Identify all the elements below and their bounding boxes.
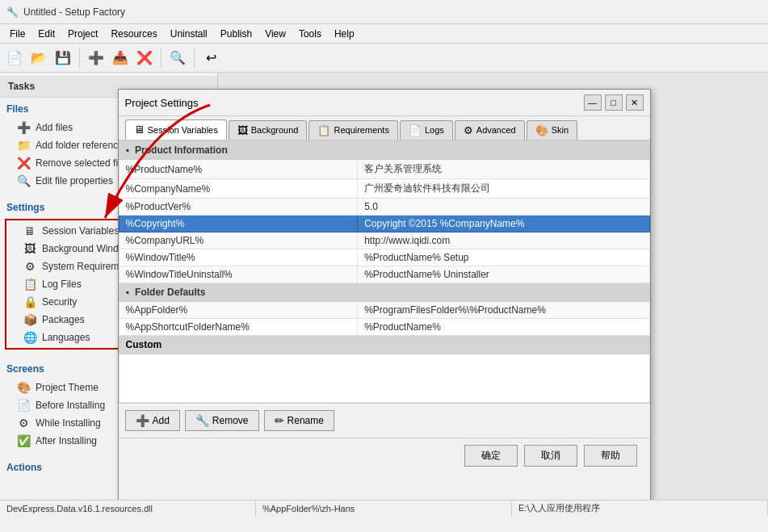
- key-window-title-uninstall: %WindowTitleUninstall%: [119, 266, 358, 283]
- modal-overlay: Project Settings — □ ✕ 🖥 Session Variabl…: [0, 73, 768, 516]
- dialog-tabs: 🖥 Session Variables 🖼 Background 📋 Requi…: [119, 116, 650, 140]
- val-window-title-uninstall: %ProductName% Uninstaller: [358, 266, 649, 283]
- properties-table: ▪ Product Information %ProductName% 客户关系…: [119, 140, 650, 336]
- table-row[interactable]: %WindowTitleUninstall% %ProductName% Uni…: [119, 266, 649, 283]
- tab-advanced[interactable]: ⚙ Advanced: [455, 120, 525, 140]
- table-row[interactable]: %AppShortcutFolderName% %ProductName%: [119, 319, 649, 336]
- tab-background-label: Background: [251, 125, 299, 135]
- dialog-footer: ➕ Add 🔧 Remove ✏ Rename: [119, 403, 650, 438]
- tab-session-variables[interactable]: 🖥 Session Variables: [125, 119, 227, 140]
- menu-item-resources[interactable]: Resources: [104, 27, 163, 41]
- add-var-button[interactable]: ➕ Add: [125, 410, 180, 431]
- title-bar: 🔧 Untitled - Setup Factory: [0, 0, 768, 24]
- remove-var-label: Remove: [212, 415, 249, 426]
- menu-item-view[interactable]: View: [258, 27, 292, 41]
- key-shortcut-folder: %AppShortcutFolderName%: [119, 319, 358, 336]
- delete-button[interactable]: ❌: [133, 47, 156, 69]
- menu-item-project[interactable]: Project: [61, 27, 104, 41]
- remove-var-button[interactable]: 🔧 Remove: [185, 410, 259, 431]
- tab-skin-label: Skin: [552, 125, 569, 135]
- help-button[interactable]: 帮助: [584, 445, 637, 467]
- app-title: Untitled - Setup Factory: [23, 6, 125, 18]
- menu-item-tools[interactable]: Tools: [292, 27, 328, 41]
- product-info-header: ▪ Product Information: [119, 141, 649, 160]
- undo-button[interactable]: ↩: [199, 47, 222, 69]
- rename-var-button[interactable]: ✏ Rename: [264, 410, 334, 431]
- key-company-url: %CompanyURL%: [119, 232, 358, 249]
- app-icon: 🔧: [6, 6, 19, 18]
- save-button[interactable]: 💾: [52, 47, 74, 69]
- dialog-title: Project Settings: [125, 97, 199, 109]
- new-button[interactable]: 📄: [3, 47, 26, 69]
- tab-session-label: Session Variables: [148, 125, 218, 135]
- tab-advanced-label: Advanced: [476, 125, 516, 135]
- key-product-ver: %ProductVer%: [119, 199, 358, 216]
- rename-var-label: Rename: [287, 415, 324, 426]
- val-window-title: %ProductName% Setup: [358, 249, 649, 266]
- import-button[interactable]: 📥: [109, 47, 132, 69]
- table-row[interactable]: %ProductVer% 5.0: [119, 199, 649, 216]
- background-tab-icon: 🖼: [237, 124, 248, 136]
- dialog-controls: — □ ✕: [584, 94, 644, 111]
- tab-requirements-label: Requirements: [334, 125, 388, 135]
- logs-tab-icon: 📄: [409, 124, 422, 136]
- table-row[interactable]: %ProductName% 客户关系管理系统: [119, 160, 649, 179]
- table-row-selected[interactable]: %Copyright% Copyright ©2015 %CompanyName…: [119, 216, 649, 232]
- skin-tab-icon: 🎨: [535, 124, 548, 136]
- add-button[interactable]: ➕: [85, 47, 107, 69]
- tab-skin[interactable]: 🎨 Skin: [527, 120, 577, 140]
- table-row[interactable]: %AppFolder% %ProgramFilesFolder%\%Produc…: [119, 302, 649, 319]
- ok-button[interactable]: 确定: [464, 445, 518, 467]
- key-company-name: %CompanyName%: [119, 179, 358, 199]
- folder-defaults-title: ▪ Folder Defaults: [119, 283, 649, 302]
- cancel-button[interactable]: 取消: [524, 445, 577, 467]
- val-shortcut-folder: %ProductName%: [358, 319, 649, 336]
- minimize-button[interactable]: —: [584, 94, 602, 111]
- toolbar-separator: [79, 48, 80, 68]
- tab-logs[interactable]: 📄 Logs: [400, 120, 453, 140]
- requirements-tab-icon: 📋: [317, 124, 330, 136]
- tab-logs-label: Logs: [425, 125, 444, 135]
- add-var-label: Add: [153, 415, 170, 426]
- key-app-folder: %AppFolder%: [119, 302, 358, 319]
- key-window-title: %WindowTitle%: [119, 249, 358, 266]
- find-button[interactable]: 🔍: [166, 47, 189, 69]
- table-row[interactable]: %CompanyName% 广州爱奇迪软件科技有限公司: [119, 179, 649, 199]
- status-segment-3: E:\入人应用使用程序: [512, 501, 768, 516]
- custom-section: Custom: [119, 336, 650, 354]
- menu-item-file[interactable]: File: [3, 27, 31, 41]
- toolbar: 📄 📂 💾 ➕ 📥 ❌ 🔍 ↩: [0, 44, 768, 73]
- open-button[interactable]: 📂: [27, 47, 50, 69]
- dialog-title-bar: Project Settings — □ ✕: [119, 90, 650, 116]
- menu-item-help[interactable]: Help: [328, 27, 361, 41]
- project-settings-dialog: Project Settings — □ ✕ 🖥 Session Variabl…: [118, 89, 651, 516]
- close-button[interactable]: ✕: [626, 94, 644, 111]
- status-segment-1: DevExpress.Data.v16.1.resources.dll: [0, 501, 256, 516]
- val-product-ver: 5.0: [358, 199, 649, 216]
- val-copyright: Copyright ©2015 %CompanyName%: [358, 216, 649, 232]
- session-vars-tab-icon: 🖥: [134, 124, 145, 136]
- remove-var-icon: 🔧: [195, 414, 209, 427]
- val-company-url: http://www.iqidi.com: [358, 232, 649, 249]
- menu-item-publish[interactable]: Publish: [214, 27, 258, 41]
- key-product-name: %ProductName%: [119, 160, 358, 179]
- main-container: Tasks Files ⌃ ➕ Add files 📁 Add folder r…: [0, 73, 768, 516]
- menu-item-uninstall[interactable]: Uninstall: [164, 27, 214, 41]
- menu-bar: FileEditProjectResourcesUninstallPublish…: [0, 24, 768, 44]
- advanced-tab-icon: ⚙: [464, 124, 473, 136]
- status-segment-2: %AppFolder%\zh-Hans: [256, 501, 512, 516]
- maximize-button[interactable]: □: [605, 94, 623, 111]
- val-product-name: 客户关系管理系统: [358, 160, 649, 179]
- dialog-content: ▪ Product Information %ProductName% 客户关系…: [119, 140, 650, 403]
- product-info-title: ▪ Product Information: [119, 141, 649, 160]
- folder-defaults-header: ▪ Folder Defaults: [119, 283, 649, 302]
- tab-requirements[interactable]: 📋 Requirements: [308, 120, 397, 140]
- status-bar: DevExpress.Data.v16.1.resources.dll %App…: [0, 500, 768, 516]
- table-row[interactable]: %CompanyURL% http://www.iqidi.com: [119, 232, 649, 249]
- rename-var-icon: ✏: [275, 414, 284, 427]
- toolbar-separator-2: [161, 48, 162, 68]
- tab-background[interactable]: 🖼 Background: [229, 120, 308, 140]
- menu-item-edit[interactable]: Edit: [31, 27, 61, 41]
- val-company-name: 广州爱奇迪软件科技有限公司: [358, 179, 649, 199]
- table-row[interactable]: %WindowTitle% %ProductName% Setup: [119, 249, 649, 266]
